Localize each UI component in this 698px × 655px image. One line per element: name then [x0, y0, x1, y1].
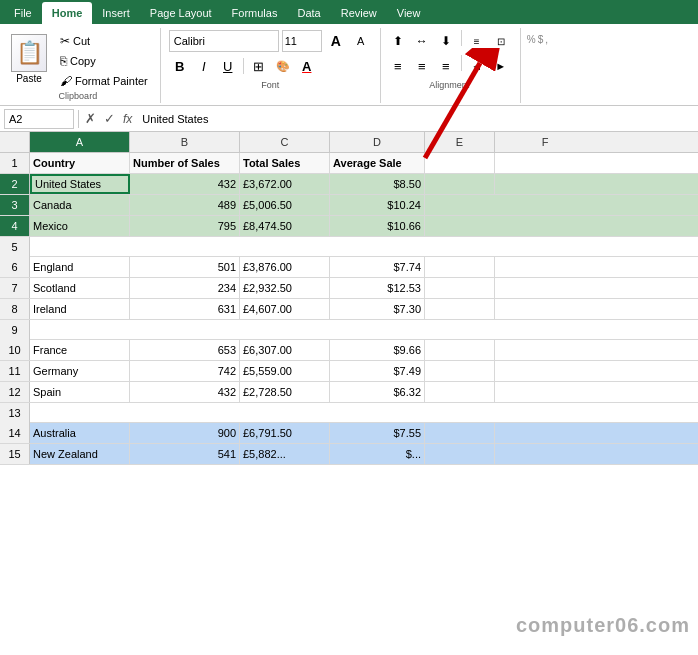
cell-c1[interactable]: Total Sales: [240, 153, 330, 173]
cell-c10[interactable]: £6,307.00: [240, 340, 330, 360]
cell-e4[interactable]: [425, 216, 495, 236]
cell-a3[interactable]: Canada: [30, 195, 130, 215]
copy-button[interactable]: ⎘ Copy: [56, 52, 152, 70]
cell-b1[interactable]: Number of Sales: [130, 153, 240, 173]
tab-home[interactable]: Home: [42, 2, 93, 24]
cell-b3[interactable]: 489: [130, 195, 240, 215]
table-row: 5: [0, 237, 698, 257]
cell-c11[interactable]: £5,559.00: [240, 361, 330, 381]
confirm-icon[interactable]: ✓: [102, 111, 117, 126]
cell-d8[interactable]: $7.30: [330, 299, 425, 319]
cell-b2[interactable]: 432: [130, 174, 240, 194]
row-num: 4: [0, 216, 30, 236]
cut-button[interactable]: ✂ Cut: [56, 32, 152, 50]
cell-d2[interactable]: $8.50: [330, 174, 425, 194]
format-painter-button[interactable]: 🖌 Format Painter: [56, 72, 152, 90]
italic-button[interactable]: I: [193, 55, 215, 77]
border-button[interactable]: ⊞: [248, 55, 270, 77]
cell-b12[interactable]: 432: [130, 382, 240, 402]
col-header-b[interactable]: B: [130, 132, 240, 152]
cell-a6[interactable]: England: [30, 257, 130, 277]
cell-c6[interactable]: £3,876.00: [240, 257, 330, 277]
cell-c7[interactable]: £2,932.50: [240, 278, 330, 298]
merge-button[interactable]: ⊡: [490, 30, 512, 52]
function-icon[interactable]: fx: [121, 112, 134, 126]
cell-d1[interactable]: Average Sale: [330, 153, 425, 173]
cell-f1[interactable]: [495, 153, 595, 173]
tab-file[interactable]: File: [4, 2, 42, 24]
cell-b10[interactable]: 653: [130, 340, 240, 360]
cell-a1[interactable]: Country: [30, 153, 130, 173]
tab-page-layout[interactable]: Page Layout: [140, 2, 222, 24]
cell-a14[interactable]: Australia: [30, 423, 130, 443]
tab-view[interactable]: View: [387, 2, 431, 24]
shrink-font-button[interactable]: A: [350, 30, 372, 52]
indent-decrease-button[interactable]: ◄: [466, 55, 488, 77]
cell-e1[interactable]: [425, 153, 495, 173]
underline-button[interactable]: U: [217, 55, 239, 77]
cell-b8[interactable]: 631: [130, 299, 240, 319]
cell-d11[interactable]: $7.49: [330, 361, 425, 381]
tab-data[interactable]: Data: [287, 2, 330, 24]
cell-b11[interactable]: 742: [130, 361, 240, 381]
cell-b7[interactable]: 234: [130, 278, 240, 298]
cell-b4[interactable]: 795: [130, 216, 240, 236]
cell-b6[interactable]: 501: [130, 257, 240, 277]
cell-d3[interactable]: $10.24: [330, 195, 425, 215]
font-name-selector[interactable]: [169, 30, 279, 52]
cell-b15[interactable]: 541: [130, 444, 240, 464]
cell-d4[interactable]: $10.66: [330, 216, 425, 236]
cell-b14[interactable]: 900: [130, 423, 240, 443]
cell-c4[interactable]: £8,474.50: [240, 216, 330, 236]
font-color-button[interactable]: A: [296, 55, 318, 77]
bottom-align-button[interactable]: ⬇: [435, 30, 457, 52]
cell-e2[interactable]: [425, 174, 495, 194]
tab-insert[interactable]: Insert: [92, 2, 140, 24]
cell-c3[interactable]: £5,006.50: [240, 195, 330, 215]
middle-align-button[interactable]: ↔: [411, 30, 433, 52]
bold-button[interactable]: B: [169, 55, 191, 77]
cell-d6[interactable]: $7.74: [330, 257, 425, 277]
clipboard-group-label: Clipboard: [59, 91, 98, 101]
cell-c2[interactable]: £3,672.00: [240, 174, 330, 194]
col-header-d[interactable]: D: [330, 132, 425, 152]
left-align-button[interactable]: ≡: [387, 55, 409, 77]
cancel-icon[interactable]: ✗: [83, 111, 98, 126]
col-header-a[interactable]: A: [30, 132, 130, 152]
cell-d15[interactable]: $...: [330, 444, 425, 464]
cell-d10[interactable]: $9.66: [330, 340, 425, 360]
tab-review[interactable]: Review: [331, 2, 387, 24]
cell-d12[interactable]: $6.32: [330, 382, 425, 402]
top-align-button[interactable]: ⬆: [387, 30, 409, 52]
cell-c14[interactable]: £6,791.50: [240, 423, 330, 443]
tab-formulas[interactable]: Formulas: [222, 2, 288, 24]
grow-font-button[interactable]: A: [325, 30, 347, 52]
cell-a8[interactable]: Ireland: [30, 299, 130, 319]
col-header-e[interactable]: E: [425, 132, 495, 152]
font-size-selector[interactable]: [282, 30, 322, 52]
name-box[interactable]: [4, 109, 74, 129]
cell-a10[interactable]: France: [30, 340, 130, 360]
cell-a4[interactable]: Mexico: [30, 216, 130, 236]
cell-c8[interactable]: £4,607.00: [240, 299, 330, 319]
cell-a2[interactable]: United States: [30, 174, 130, 194]
cell-d7[interactable]: $12.53: [330, 278, 425, 298]
formula-input[interactable]: [138, 109, 694, 129]
center-align-button[interactable]: ≡: [411, 55, 433, 77]
cell-c15[interactable]: £5,882...: [240, 444, 330, 464]
paste-button[interactable]: 📋 Paste: [4, 31, 54, 87]
col-header-c[interactable]: C: [240, 132, 330, 152]
col-header-f[interactable]: F: [495, 132, 595, 152]
cell-d14[interactable]: $7.55: [330, 423, 425, 443]
indent-increase-button[interactable]: ►: [490, 55, 512, 77]
fill-color-button[interactable]: 🎨: [272, 55, 294, 77]
cell-f2[interactable]: [495, 174, 595, 194]
wrap-text-button[interactable]: ≡: [466, 30, 488, 52]
right-align-button[interactable]: ≡: [435, 55, 457, 77]
cell-c12[interactable]: £2,728.50: [240, 382, 330, 402]
cell-a12[interactable]: Spain: [30, 382, 130, 402]
cell-e3[interactable]: [425, 195, 495, 215]
cell-a15[interactable]: New Zealand: [30, 444, 130, 464]
cell-a7[interactable]: Scotland: [30, 278, 130, 298]
cell-a11[interactable]: Germany: [30, 361, 130, 381]
